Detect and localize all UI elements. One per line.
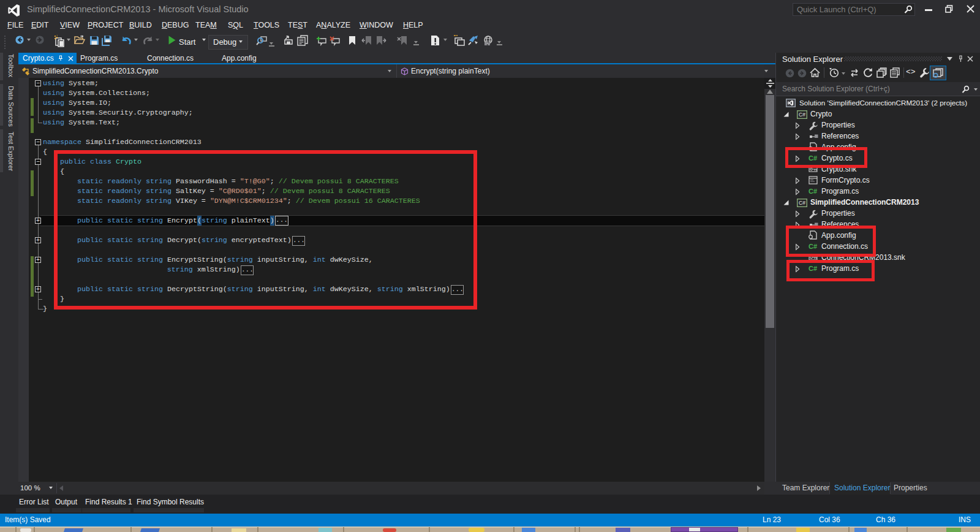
svg-text:C#: C# — [799, 112, 805, 118]
svg-text:C#: C# — [799, 200, 805, 206]
